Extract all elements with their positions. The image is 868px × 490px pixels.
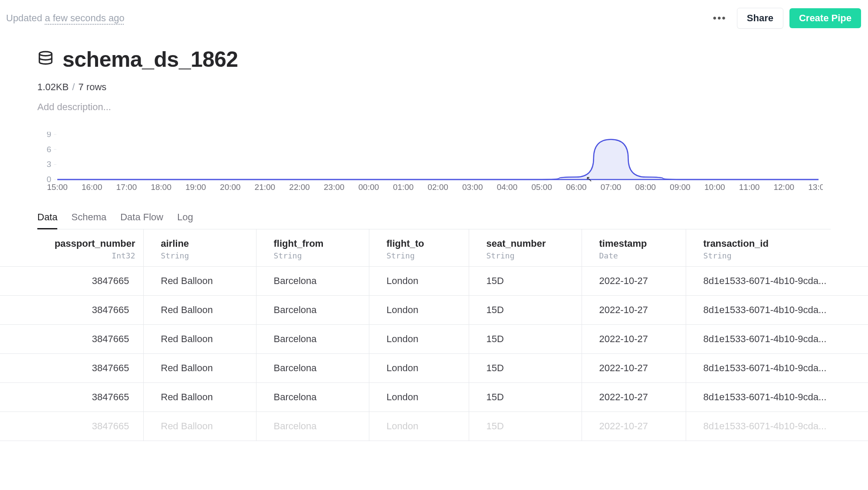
col-timestamp[interactable]: timestamp Date bbox=[582, 229, 686, 267]
svg-text:18:00: 18:00 bbox=[151, 183, 171, 192]
cell-seat_number: 15D bbox=[469, 412, 582, 441]
cell-transaction_id: 8d1e1533-6071-4b10-9cda... bbox=[686, 296, 868, 325]
svg-text:09:00: 09:00 bbox=[670, 183, 690, 192]
svg-point-0 bbox=[39, 52, 52, 56]
cell-transaction_id: 8d1e1533-6071-4b10-9cda... bbox=[686, 354, 868, 383]
cell-timestamp: 2022-10-27 bbox=[582, 325, 686, 354]
cell-passport_number: 3847665 bbox=[0, 267, 143, 296]
cell-passport_number: 3847665 bbox=[0, 325, 143, 354]
cell-airline: Red Balloon bbox=[143, 412, 256, 441]
cell-airline: Red Balloon bbox=[143, 325, 256, 354]
cell-flight_from: Barcelona bbox=[256, 383, 369, 412]
tabs: Data Schema Data Flow Log bbox=[37, 212, 831, 229]
svg-text:20:00: 20:00 bbox=[220, 183, 241, 192]
datasource-icon bbox=[37, 49, 54, 69]
table-header-row: passport_number Int32 airline String fli… bbox=[0, 229, 868, 267]
cell-timestamp: 2022-10-27 bbox=[582, 412, 686, 441]
svg-text:23:00: 23:00 bbox=[324, 183, 345, 192]
svg-text:06:00: 06:00 bbox=[566, 183, 587, 192]
table-row[interactable]: 3847665Red BalloonBarcelonaLondon15D2022… bbox=[0, 354, 868, 383]
tab-log[interactable]: Log bbox=[177, 212, 193, 229]
svg-text:08:00: 08:00 bbox=[635, 183, 656, 192]
description-input[interactable]: Add description... bbox=[37, 101, 831, 113]
data-table: passport_number Int32 airline String fli… bbox=[0, 229, 868, 441]
cell-passport_number: 3847665 bbox=[0, 412, 143, 441]
cell-seat_number: 15D bbox=[469, 354, 582, 383]
cell-airline: Red Balloon bbox=[143, 354, 256, 383]
updated-prefix: Updated bbox=[6, 13, 45, 23]
cell-timestamp: 2022-10-27 bbox=[582, 354, 686, 383]
table-row[interactable]: 3847665Red BalloonBarcelonaLondon15D2022… bbox=[0, 325, 868, 354]
table-row[interactable]: 3847665Red BalloonBarcelonaLondon15D2022… bbox=[0, 296, 868, 325]
col-flight_from[interactable]: flight_from String bbox=[256, 229, 369, 267]
svg-text:6: 6 bbox=[46, 145, 51, 154]
cell-flight_to: London bbox=[369, 354, 469, 383]
col-flight_to[interactable]: flight_to String bbox=[369, 229, 469, 267]
topbar: Updated a few seconds ago ••• Share Crea… bbox=[0, 0, 868, 36]
svg-text:04:00: 04:00 bbox=[497, 183, 518, 192]
meta-row: 1.02KB / 7 rows bbox=[37, 82, 831, 93]
more-icon: ••• bbox=[713, 12, 727, 24]
cell-transaction_id: 8d1e1533-6071-4b10-9cda... bbox=[686, 267, 868, 296]
meta-rows: 7 rows bbox=[79, 82, 107, 92]
cell-timestamp: 2022-10-27 bbox=[582, 296, 686, 325]
updated-ago: a few seconds ago bbox=[45, 13, 124, 23]
title-row: schema_ds_1862 bbox=[37, 47, 831, 72]
table-row[interactable]: 3847665Red BalloonBarcelonaLondon15D2022… bbox=[0, 412, 868, 441]
svg-text:9: 9 bbox=[46, 132, 51, 139]
svg-text:22:00: 22:00 bbox=[289, 183, 310, 192]
svg-text:11:00: 11:00 bbox=[739, 183, 760, 192]
cell-timestamp: 2022-10-27 bbox=[582, 383, 686, 412]
svg-text:3: 3 bbox=[46, 160, 51, 169]
table-row[interactable]: 3847665Red BalloonBarcelonaLondon15D2022… bbox=[0, 267, 868, 296]
col-passport_number[interactable]: passport_number Int32 bbox=[0, 229, 143, 267]
cell-airline: Red Balloon bbox=[143, 267, 256, 296]
tab-data[interactable]: Data bbox=[37, 212, 57, 229]
cell-flight_to: London bbox=[369, 412, 469, 441]
cell-transaction_id: 8d1e1533-6071-4b10-9cda... bbox=[686, 412, 868, 441]
ingestion-chart[interactable]: 036915:0016:0017:0018:0019:0020:0021:002… bbox=[37, 132, 823, 193]
cell-passport_number: 3847665 bbox=[0, 383, 143, 412]
main-content: schema_ds_1862 1.02KB / 7 rows Add descr… bbox=[0, 36, 868, 441]
share-button[interactable]: Share bbox=[737, 8, 783, 29]
svg-text:03:00: 03:00 bbox=[462, 183, 483, 192]
cell-seat_number: 15D bbox=[469, 325, 582, 354]
svg-text:13:00: 13:00 bbox=[808, 183, 823, 192]
cell-flight_from: Barcelona bbox=[256, 354, 369, 383]
page-title: schema_ds_1862 bbox=[62, 47, 238, 72]
cell-flight_from: Barcelona bbox=[256, 412, 369, 441]
tab-data-flow[interactable]: Data Flow bbox=[120, 212, 163, 229]
svg-text:07:00: 07:00 bbox=[601, 183, 621, 192]
cell-flight_to: London bbox=[369, 383, 469, 412]
cell-airline: Red Balloon bbox=[143, 383, 256, 412]
cell-seat_number: 15D bbox=[469, 296, 582, 325]
meta-size: 1.02KB bbox=[37, 82, 69, 92]
cell-flight_to: London bbox=[369, 296, 469, 325]
cell-seat_number: 15D bbox=[469, 383, 582, 412]
cell-transaction_id: 8d1e1533-6071-4b10-9cda... bbox=[686, 383, 868, 412]
tab-schema[interactable]: Schema bbox=[71, 212, 106, 229]
more-menu-button[interactable]: ••• bbox=[709, 10, 731, 27]
updated-status: Updated a few seconds ago bbox=[6, 13, 125, 24]
svg-text:01:00: 01:00 bbox=[393, 183, 414, 192]
meta-separator: / bbox=[72, 82, 75, 92]
cell-flight_to: London bbox=[369, 325, 469, 354]
cell-passport_number: 3847665 bbox=[0, 296, 143, 325]
svg-text:15:00: 15:00 bbox=[47, 183, 68, 192]
cell-timestamp: 2022-10-27 bbox=[582, 267, 686, 296]
col-seat_number[interactable]: seat_number String bbox=[469, 229, 582, 267]
svg-text:02:00: 02:00 bbox=[427, 183, 448, 192]
col-transaction_id[interactable]: transaction_id String bbox=[686, 229, 868, 267]
table-row[interactable]: 3847665Red BalloonBarcelonaLondon15D2022… bbox=[0, 383, 868, 412]
svg-text:17:00: 17:00 bbox=[116, 183, 137, 192]
cell-flight_from: Barcelona bbox=[256, 296, 369, 325]
svg-text:10:00: 10:00 bbox=[704, 183, 725, 192]
svg-text:19:00: 19:00 bbox=[185, 183, 206, 192]
cell-flight_from: Barcelona bbox=[256, 325, 369, 354]
cell-airline: Red Balloon bbox=[143, 296, 256, 325]
col-airline[interactable]: airline String bbox=[143, 229, 256, 267]
svg-text:05:00: 05:00 bbox=[531, 183, 552, 192]
topbar-actions: ••• Share Create Pipe bbox=[709, 8, 861, 29]
create-pipe-button[interactable]: Create Pipe bbox=[789, 8, 861, 28]
svg-text:21:00: 21:00 bbox=[255, 183, 276, 192]
